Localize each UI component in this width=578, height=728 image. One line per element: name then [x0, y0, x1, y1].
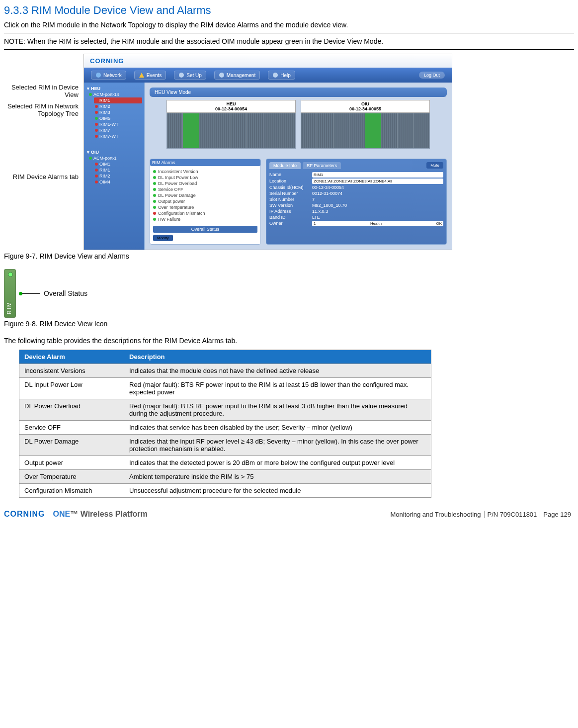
help-icon — [272, 72, 278, 78]
prop-key: Owner — [269, 221, 309, 226]
tree-root-oiu[interactable]: ▾OIU — [86, 149, 142, 155]
tree-node[interactable]: OIM5 — [94, 115, 142, 121]
alert-icon — [139, 72, 145, 78]
tree-node[interactable]: RIM1-WT — [94, 121, 142, 127]
tree-label: RIM7 — [99, 128, 110, 133]
toolbar-events[interactable]: Events — [134, 71, 166, 80]
status-led-icon — [95, 99, 98, 102]
prop-val: 11.x.0.3 — [312, 209, 443, 214]
alarm-label: DL Input Power Low — [158, 175, 198, 180]
tree-node[interactable]: ACM-port-14 — [88, 91, 142, 97]
status-led-icon — [153, 170, 156, 173]
rack-heu[interactable]: HEU00-12-34-00054 — [166, 100, 296, 149]
cell-alarm: DL Input Power Low — [19, 378, 124, 399]
alarm-label: Output power — [158, 199, 185, 204]
svg-point-4 — [273, 73, 278, 78]
status-led-icon — [95, 175, 98, 178]
tree-label: OIM4 — [99, 180, 110, 184]
prop-key: Location — [269, 179, 309, 184]
prop-val: 1 — [314, 221, 316, 226]
page-footer: CORNING ONE™ Wireless Platform Monitorin… — [4, 510, 574, 519]
tree-node-selected-rim[interactable]: RIM1 — [94, 97, 142, 103]
tree-node[interactable]: RIM7 — [94, 127, 142, 133]
status-led-icon — [95, 169, 98, 172]
prop-val: 00-12-34-00054 — [312, 185, 443, 190]
cell-alarm: DL Power Damage — [19, 435, 124, 456]
selected-rim-slot[interactable] — [183, 113, 199, 148]
tree-root-heu[interactable]: ▾HEU — [86, 86, 142, 91]
prop-key: Name — [269, 172, 309, 178]
prop-key: Slot Number — [269, 197, 309, 202]
svg-point-3 — [219, 73, 224, 78]
callout-1: Selected RIM in Device View — [4, 84, 79, 98]
figure-2-caption: Figure 9-8. RIM Device View Icon — [4, 320, 574, 328]
associated-oim-slot[interactable] — [365, 113, 381, 148]
tree-node[interactable]: ACM-port-1 — [88, 155, 142, 161]
status-led-icon — [95, 181, 98, 183]
alarm-label: DL Power Overload — [158, 181, 197, 186]
toolbar-setup[interactable]: Set Up — [174, 71, 206, 80]
status-led-icon — [95, 105, 98, 108]
status-led-icon — [153, 188, 156, 191]
prop-val: 7 — [312, 197, 443, 202]
figure-main-wrap: Selected RIM in Device View Selected RIM… — [4, 54, 574, 250]
alarm-item: Inconsistent Version — [153, 169, 257, 174]
alarm-item: HW Failure — [153, 217, 257, 222]
tree-node[interactable]: RIM2 — [94, 173, 142, 179]
tree-node[interactable]: RIM2 — [94, 103, 142, 109]
prop-val: LTE — [312, 215, 443, 220]
app-brand: CORNING — [84, 54, 452, 68]
status-led-icon — [153, 194, 156, 197]
status-led-icon — [153, 218, 156, 221]
cell-alarm: DL Power Overload — [19, 399, 124, 421]
modify-button[interactable]: Modify — [153, 235, 173, 241]
tree-label: HEU — [91, 86, 100, 91]
tree-label: RIM2 — [99, 104, 110, 109]
divider — [4, 49, 574, 50]
prop-key: Serial Number — [269, 191, 309, 196]
globe-icon — [95, 72, 101, 78]
toolbar-setup-label: Set Up — [186, 73, 202, 78]
status-led-icon — [153, 212, 156, 215]
tree-node[interactable]: OIM4 — [94, 179, 142, 185]
cell-alarm: Service OFF — [19, 421, 124, 435]
tree-node[interactable]: RIM7-WT — [94, 133, 142, 139]
tree-label: ACM-port-14 — [93, 92, 119, 97]
logout-button[interactable]: Log Out — [419, 72, 445, 79]
tree-label: RIM2 — [99, 174, 110, 179]
rack-label: HEU — [226, 101, 236, 106]
cell-desc: Indicates that the detected power is 20 … — [124, 456, 431, 470]
alarm-label: Service OFF — [158, 187, 183, 192]
cell-desc: Indicates that service has been disabled… — [124, 421, 431, 435]
tree-label: OIM5 — [99, 116, 110, 121]
alarm-label: Over Temperature — [158, 205, 194, 210]
tree-node[interactable]: RIM3 — [94, 109, 142, 115]
toolbar-network[interactable]: Network — [91, 71, 126, 80]
tree-label: RIM1 — [99, 98, 110, 103]
status-led-icon — [89, 93, 92, 96]
tab-module-info[interactable]: Module Info — [269, 162, 301, 169]
alarms-panel: RIM Alarms Inconsistent Version DL Input… — [150, 159, 261, 245]
cell-desc: Unsuccessful adjustment procedure for th… — [124, 484, 431, 498]
tree-node[interactable]: OIM1 — [94, 161, 142, 167]
alarm-label: DL Power Damage — [158, 193, 196, 198]
callout-3: RIM Device Alarms tab — [4, 173, 79, 181]
tab-rf-parameters[interactable]: RF Parameters — [303, 162, 341, 169]
section-heading: 9.3.3 RIM Module Device View and Alarms — [4, 4, 574, 17]
corning-logo: CORNING — [4, 510, 45, 519]
prop-key: SW Version — [269, 203, 309, 208]
topology-tree[interactable]: ▾HEU ACM-port-14 RIM1 RIM2 RIM3 OIM5 RIM… — [84, 83, 145, 250]
rack-oiu[interactable]: OIU00-12-34-00055 — [301, 100, 430, 149]
col-header-alarm: Device Alarm — [19, 350, 124, 364]
toolbar-management[interactable]: Management — [214, 71, 260, 80]
toolbar-help[interactable]: Help — [268, 71, 295, 80]
rack-serial: 00-12-34-00054 — [215, 106, 247, 111]
tree-node[interactable]: RIM1 — [94, 167, 142, 173]
cell-alarm: Inconsistent Versions — [19, 364, 124, 378]
mute-button[interactable]: Mute — [426, 162, 443, 169]
cell-alarm: Output power — [19, 456, 124, 470]
cell-desc: Ambient temperature inside the RIM is > … — [124, 470, 431, 484]
prop-val: ZONE1:All ZONE2:All ZONE3:All ZONE4:All — [312, 179, 443, 184]
status-led-icon — [95, 129, 98, 132]
one-suffix: Wireless Platform — [78, 510, 147, 518]
